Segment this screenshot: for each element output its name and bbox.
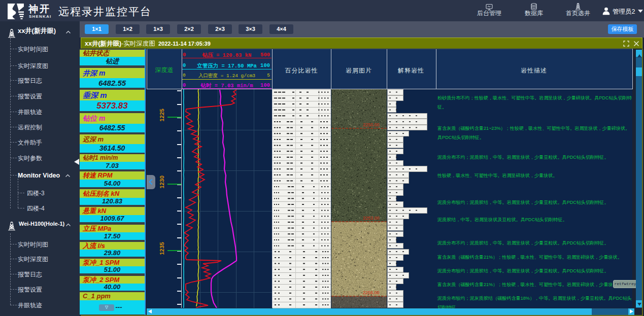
svg-text:2253.00: 2253.00: [363, 216, 380, 221]
svg-text:2250.00: 2250.00: [363, 122, 380, 127]
svg-text:2256.00: 2256.00: [363, 290, 380, 295]
